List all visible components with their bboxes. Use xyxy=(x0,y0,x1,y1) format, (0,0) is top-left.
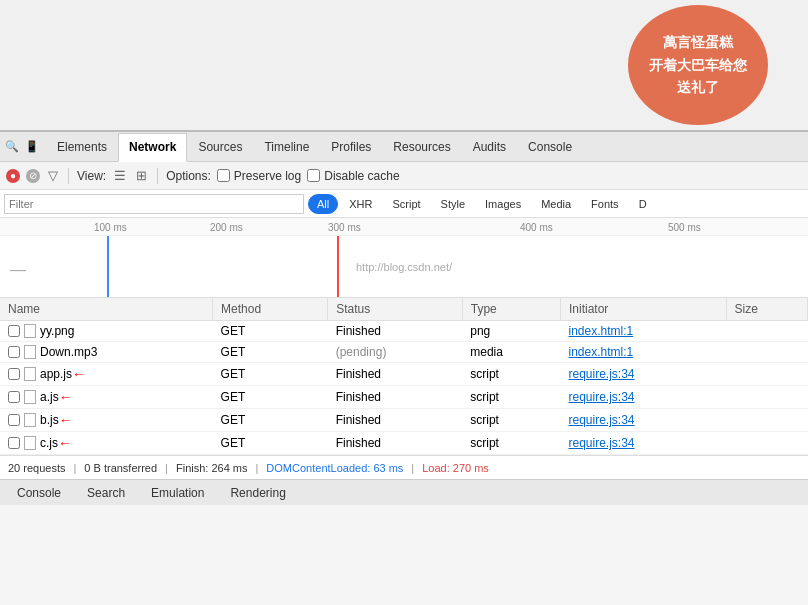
cell-initiator[interactable]: require.js:34 xyxy=(561,386,727,409)
filter-xhr[interactable]: XHR xyxy=(340,194,381,214)
status-load-value: 270 ms xyxy=(453,462,489,474)
ruler-400ms: 400 ms xyxy=(520,222,553,233)
filter-style[interactable]: Style xyxy=(432,194,474,214)
cell-name: app.js ← xyxy=(0,363,213,386)
cell-type: script xyxy=(462,363,560,386)
cell-name: Down.mp3 xyxy=(0,342,213,363)
mobile-icon[interactable]: 📱 xyxy=(24,139,40,155)
tab-sources[interactable]: Sources xyxy=(187,132,253,161)
tab-audits[interactable]: Audits xyxy=(462,132,517,161)
network-toolbar: ● ⊘ ▽ View: ☰ ⊞ Options: Preserve log Di… xyxy=(0,162,808,190)
cell-status: Finished xyxy=(328,321,463,342)
cell-type: media xyxy=(462,342,560,363)
disable-cache-checkbox[interactable] xyxy=(307,169,320,182)
filter-script[interactable]: Script xyxy=(383,194,429,214)
bottom-tab-search[interactable]: Search xyxy=(74,482,138,504)
timeline-url: http://blog.csdn.net/ xyxy=(356,261,452,273)
tab-network[interactable]: Network xyxy=(118,133,187,162)
filter-all[interactable]: All xyxy=(308,194,338,214)
cell-method: GET xyxy=(213,432,328,455)
cell-initiator[interactable]: require.js:34 xyxy=(561,409,727,432)
cell-method: GET xyxy=(213,342,328,363)
cell-method: GET xyxy=(213,363,328,386)
preserve-log-group: Preserve log xyxy=(217,169,301,183)
col-method: Method xyxy=(213,298,328,321)
stop-button[interactable]: ⊘ xyxy=(26,169,40,183)
status-sep1: | xyxy=(73,462,76,474)
table-row[interactable]: yy.pngGETFinishedpngindex.html:1 xyxy=(0,321,808,342)
search-icon[interactable]: 🔍 xyxy=(4,139,20,155)
row-checkbox[interactable] xyxy=(8,391,20,403)
filter-images[interactable]: Images xyxy=(476,194,530,214)
cell-type: script xyxy=(462,432,560,455)
row-checkbox[interactable] xyxy=(8,368,20,380)
status-sep2: | xyxy=(165,462,168,474)
status-bar: 20 requests | 0 B transferred | Finish: … xyxy=(0,455,808,479)
arrow-icon: ← xyxy=(72,366,86,382)
cell-type: png xyxy=(462,321,560,342)
ruler-100ms: 100 ms xyxy=(94,222,127,233)
cell-method: GET xyxy=(213,409,328,432)
ruler-300ms: 300 ms xyxy=(328,222,361,233)
table-row[interactable]: c.js ←GETFinishedscriptrequire.js:34 xyxy=(0,432,808,455)
timeline-content: — http://blog.csdn.net/ xyxy=(0,236,808,298)
table-row[interactable]: b.js ←GETFinishedscriptrequire.js:34 xyxy=(0,409,808,432)
row-checkbox[interactable] xyxy=(8,437,20,449)
filter-other[interactable]: D xyxy=(630,194,656,214)
cell-size xyxy=(726,321,807,342)
col-status: Status xyxy=(328,298,463,321)
filter-fonts[interactable]: Fonts xyxy=(582,194,628,214)
cell-initiator[interactable]: index.html:1 xyxy=(561,321,727,342)
filter-media[interactable]: Media xyxy=(532,194,580,214)
timeline-area: 100 ms 200 ms 300 ms 400 ms 500 ms — htt… xyxy=(0,218,808,298)
cell-initiator[interactable]: index.html:1 xyxy=(561,342,727,363)
timeline-ruler: 100 ms 200 ms 300 ms 400 ms 500 ms xyxy=(0,218,808,236)
status-load: Load: 270 ms xyxy=(422,462,489,474)
bottom-tab-emulation[interactable]: Emulation xyxy=(138,482,217,504)
tab-timeline[interactable]: Timeline xyxy=(253,132,320,161)
col-name: Name xyxy=(0,298,213,321)
ruler-500ms: 500 ms xyxy=(668,222,701,233)
toolbar-separator2 xyxy=(157,168,158,184)
bottom-tab-rendering[interactable]: Rendering xyxy=(217,482,298,504)
table-row[interactable]: Down.mp3GET(pending)mediaindex.html:1 xyxy=(0,342,808,363)
list-view-button[interactable]: ☰ xyxy=(112,168,128,183)
timeline-dash: — xyxy=(10,261,26,279)
cell-status: Finished xyxy=(328,386,463,409)
devtools-tabs-bar: 🔍 📱 Elements Network Sources Timeline Pr… xyxy=(0,132,808,162)
preserve-log-checkbox[interactable] xyxy=(217,169,230,182)
row-checkbox[interactable] xyxy=(8,346,20,358)
file-name: app.js xyxy=(40,367,72,381)
tab-console[interactable]: Console xyxy=(517,132,583,161)
tab-resources[interactable]: Resources xyxy=(382,132,461,161)
row-checkbox[interactable] xyxy=(8,414,20,426)
row-checkbox[interactable] xyxy=(8,325,20,337)
file-name: b.js xyxy=(40,413,59,427)
banner-area: 萬言怪蛋糕 开着大巴车给您 送礼了 xyxy=(0,0,808,130)
filter-button[interactable]: ▽ xyxy=(46,169,60,183)
status-dom-value: 63 ms xyxy=(373,462,403,474)
cell-initiator[interactable]: require.js:34 xyxy=(561,432,727,455)
status-transferred: 0 B transferred xyxy=(84,462,157,474)
status-dom: DOMContentLoaded: 63 ms xyxy=(266,462,403,474)
cell-initiator[interactable]: require.js:34 xyxy=(561,363,727,386)
cell-type: script xyxy=(462,386,560,409)
filter-types: All XHR Script Style Images Media Fonts … xyxy=(308,194,656,214)
blue-line xyxy=(107,236,109,298)
arrow-icon: ← xyxy=(59,412,73,428)
tab-elements[interactable]: Elements xyxy=(46,132,118,161)
requests-table: Name Method Status Type Initiator Size y… xyxy=(0,298,808,455)
table-row[interactable]: a.js ←GETFinishedscriptrequire.js:34 xyxy=(0,386,808,409)
record-button[interactable]: ● xyxy=(6,169,20,183)
promo-circle: 萬言怪蛋糕 开着大巴车给您 送礼了 xyxy=(628,5,768,125)
tab-profiles[interactable]: Profiles xyxy=(320,132,382,161)
status-load-label: Load: xyxy=(422,462,450,474)
view-label: View: xyxy=(77,169,106,183)
status-finish: Finish: 264 ms xyxy=(176,462,248,474)
ruler-200ms: 200 ms xyxy=(210,222,243,233)
filter-input[interactable] xyxy=(4,194,304,214)
bottom-tab-console[interactable]: Console xyxy=(4,482,74,504)
table-row[interactable]: app.js ←GETFinishedscriptrequire.js:34 xyxy=(0,363,808,386)
status-sep3: | xyxy=(256,462,259,474)
tree-view-button[interactable]: ⊞ xyxy=(134,168,149,183)
